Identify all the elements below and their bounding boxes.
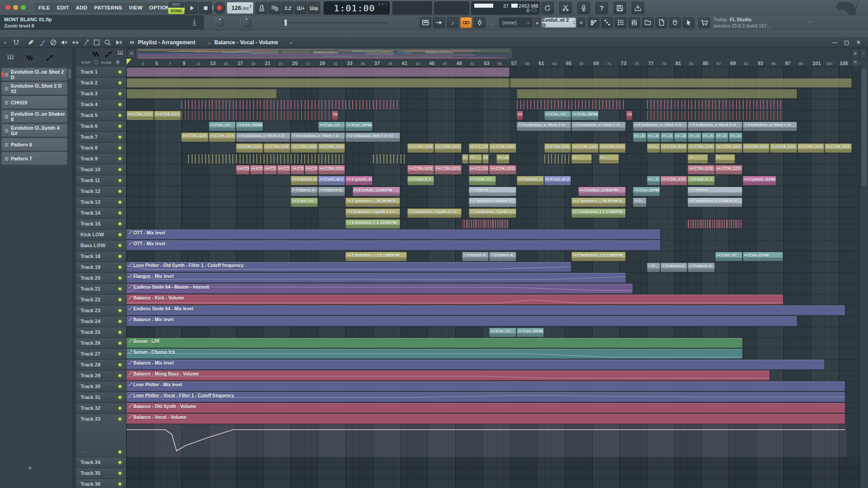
track-name[interactable]: Track 10: [80, 167, 100, 172]
track-header[interactable]: Track 14: [76, 208, 126, 219]
track-header[interactable]: Track 3: [76, 89, 126, 99]
audio-clip[interactable]: ↦CTH..123: [825, 143, 852, 153]
audio-clip[interactable]: ↦..: [688, 154, 708, 164]
mute-led[interactable]: [118, 450, 122, 454]
playlist-titlebar[interactable]: ▸ Playlist - Arrangement ▸ Balance - Voc…: [0, 37, 868, 48]
audio-clip[interactable]: ↦CTH..123: [715, 165, 742, 174]
audio-clip[interactable]: ↦CTH: [250, 165, 263, 174]
audio-clip[interactable]: ↦Evoluti..126BPM: [578, 187, 626, 196]
pattern-clip[interactable]: ≡Evolution..e Shot 2 D: [571, 122, 626, 131]
track-header[interactable]: Track 10: [76, 164, 126, 175]
pattern-item[interactable]: Pattern 7: [1, 152, 67, 165]
audio-clip[interactable]: ↦Evo..#2: [544, 111, 571, 120]
mute-tool-icon[interactable]: [61, 39, 68, 46]
playlist-window-button[interactable]: [588, 17, 599, 28]
slice-tool-icon[interactable]: [83, 39, 90, 46]
audio-clip[interactable]: ↦: [462, 154, 468, 164]
pattern-clip[interactable]: ≡Evolution..e Shot 2 D: [688, 122, 742, 131]
wait-for-input-button[interactable]: [269, 2, 281, 14]
mute-led[interactable]: [118, 222, 122, 226]
picker-add-button[interactable]: +: [28, 464, 32, 471]
paint-tool-icon[interactable]: [38, 39, 46, 46]
audio-clip[interactable]: ↦Evol..#3: [469, 176, 496, 185]
browser-window-button[interactable]: [642, 17, 654, 28]
delete-tool-icon[interactable]: [50, 39, 57, 46]
mute-led[interactable]: [118, 374, 122, 378]
track-name[interactable]: Track 33: [80, 416, 100, 422]
pattern-clip[interactable]: ≡Evolution..e Shot 2 D: [633, 122, 687, 131]
vertical-scrollbar[interactable]: [861, 59, 868, 488]
audio-clip[interactable]: ↦CTH..123: [264, 143, 291, 153]
audio-clip[interactable]: ↦Evol..h 1: [688, 176, 715, 185]
audio-clip[interactable]: ↦Cymatics -..26 BPM B: [571, 197, 626, 207]
pattern-clip[interactable]: ≡Evolution..hot 2 D #2: [345, 132, 400, 142]
track-lane[interactable]: ≡Evolution..Synth 4 G#≡Evolution..Synth …: [127, 208, 861, 219]
tab-automation-icon[interactable]: [105, 51, 112, 60]
mute-led[interactable]: [118, 233, 122, 237]
audio-clip[interactable]: ↦: [482, 154, 489, 164]
audio-clip[interactable]: ↦Evo..BPM: [743, 252, 783, 261]
audio-tick-strip[interactable]: [544, 154, 571, 164]
project-info-button[interactable]: [656, 17, 667, 28]
automation-clip[interactable]: Balance - Mix level: [127, 316, 797, 327]
picker-tab-patterns-icon[interactable]: Ш: [7, 53, 14, 61]
master-volume-knob[interactable]: [213, 16, 226, 29]
track-lane[interactable]: ↦Evolution..r 13 126BPM≡Pattern 6≡Patter…: [127, 251, 861, 262]
track-header[interactable]: Track 8: [76, 143, 126, 154]
track-header[interactable]: Bass LOW: [76, 240, 126, 251]
track-header[interactable]: Track 5: [76, 110, 126, 121]
track-header[interactable]: Track 9: [76, 154, 126, 164]
automation-clip[interactable]: Balance - Vocal - Volume: [127, 414, 845, 424]
track-name[interactable]: Track 2: [80, 80, 98, 85]
audio-clip[interactable]: ↦CTH..123: [291, 143, 318, 153]
track-lane[interactable]: Balance - Mix level: [127, 360, 861, 371]
track-name[interactable]: Track 29: [80, 373, 100, 378]
track-lane[interactable]: ↦CTH..123↦CTH..123≡Evolution..e Shot 2 D…: [127, 132, 861, 143]
audio-clip[interactable]: ↦..m: [496, 154, 509, 164]
pattern-clip[interactable]: ≡Pattern 6: [688, 263, 715, 272]
track-name[interactable]: Bass LOW: [80, 243, 105, 248]
smart-disable-button[interactable]: [559, 2, 572, 14]
audio-clip[interactable]: ↦CTH..123: [154, 111, 181, 120]
automation-clip[interactable]: Serum - Chorus fck: [127, 349, 742, 359]
track-name[interactable]: Track 22: [80, 297, 100, 302]
track-name[interactable]: Track 7: [80, 134, 98, 140]
pattern-item[interactable]: Pattern 6: [1, 138, 67, 151]
audio-clip[interactable]: ↦CTH..123: [318, 165, 345, 174]
scroll-up-button[interactable]: ^: [852, 59, 859, 67]
audio-tick-strip[interactable]: [188, 154, 345, 164]
pattern-clip[interactable]: ≡Evolution..Synth 4 G#: [345, 208, 400, 218]
slide-toggle[interactable]: [116, 60, 120, 64]
audio-clip[interactable]: ↦..3: [633, 132, 646, 142]
audio-clip[interactable]: ↦CTH: [305, 165, 318, 174]
menu-item-view[interactable]: VIEW: [129, 5, 142, 10]
menu-item-patterns[interactable]: PATTERNS: [94, 5, 122, 10]
track-lane[interactable]: ↦↦..↦↦..m↦..↦..↦..↦..: [127, 154, 861, 164]
mute-led[interactable]: [118, 113, 122, 117]
track-header[interactable]: Track 4: [76, 99, 126, 110]
mute-led[interactable]: [118, 244, 122, 248]
pattern-clip[interactable]: ≡Evolution..e Shot 2 D: [517, 122, 571, 131]
metronome-button[interactable]: [255, 2, 268, 14]
audio-clip[interactable]: ↦: [517, 111, 523, 120]
audio-clip[interactable]: ↦Evo..BPM: [236, 122, 263, 131]
mute-led[interactable]: [118, 146, 122, 150]
breadcrumb-arrangement[interactable]: Playlist - Arrangement: [138, 39, 195, 46]
track-name[interactable]: Track 35: [80, 470, 100, 476]
track-name[interactable]: Track 27: [80, 351, 100, 357]
pattern-clip[interactable]: ≡P..: [647, 263, 660, 272]
step-editor-button[interactable]: [420, 17, 431, 28]
mute-led[interactable]: [118, 265, 122, 269]
preview-speaker-icon[interactable]: [128, 39, 136, 46]
audio-clip[interactable]: ↦Evo..#2: [209, 122, 236, 131]
picker-tab-automation-icon[interactable]: [46, 54, 53, 63]
audio-clip[interactable]: ↦CTH: [291, 165, 304, 174]
pattern-clip[interactable]: ≡Evolution..e Shaker 8: [688, 197, 742, 207]
audio-tick-strip[interactable]: [373, 154, 407, 164]
pattern-item[interactable]: CHH19: [1, 96, 67, 109]
audio-clip[interactable]: ↦Evolution..13 126BPM: [571, 252, 626, 261]
track-header[interactable]: Track 23: [76, 305, 126, 316]
automation-clip[interactable]: Love Philter - Vocal - Filter 1 - Cutoff…: [127, 392, 845, 403]
playlist-close-button[interactable]: ✕: [856, 39, 861, 46]
track-name[interactable]: Track 4: [80, 102, 98, 107]
